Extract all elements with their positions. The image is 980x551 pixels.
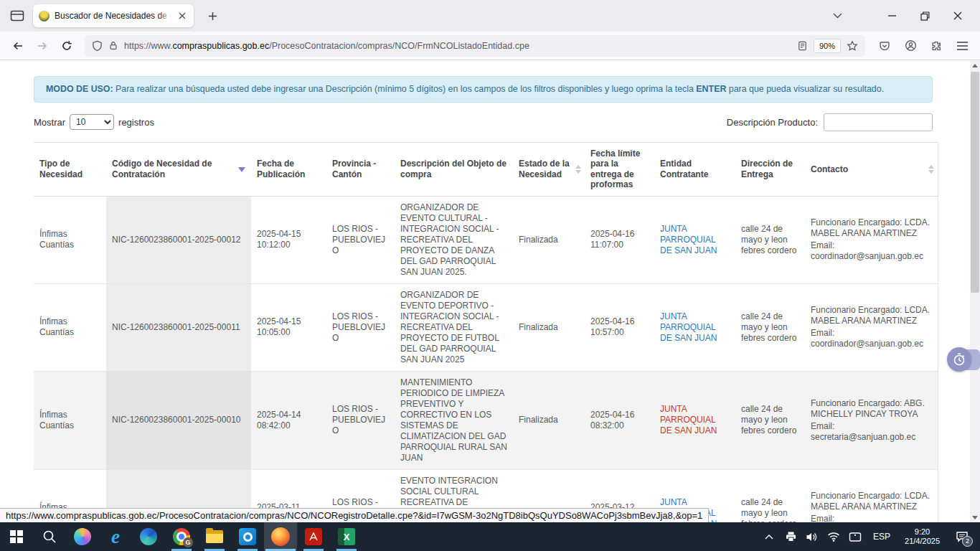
notification-badge: 2 [962,536,973,547]
wifi-icon[interactable] [824,522,843,551]
bookmark-star-button[interactable] [847,40,858,52]
url-text: https://www.compraspublicas.gob.ec/Proce… [124,41,791,51]
list-all-tabs-button[interactable] [833,13,842,19]
minimize-button[interactable] [875,4,908,28]
taskbar-search-button[interactable] [33,522,66,551]
page-content: MODO DE USO: Para realizar una búsqueda … [0,60,980,522]
show-entries-control: Mostrar 10 registros [34,114,154,130]
cell-codigo: NIC-1260023860001-2025-00010 [106,371,251,469]
cell-contacto: Funcionario Encargado: ABG. MICHELLY PIN… [805,371,938,469]
navigation-toolbar: https://www.compraspublicas.gob.ec/Proce… [0,32,980,60]
cell-provincia: LOS RIOS - PUEBLOVIEJO [326,283,395,371]
cell-fecha-limite: 2025-04-16 11:07:00 [585,196,654,283]
vertical-scrollbar[interactable] [970,60,980,522]
column-header-provincia[interactable]: Provincia - Cantón [326,143,395,197]
product-filter-input[interactable] [824,113,933,131]
account-button[interactable] [900,35,921,57]
cell-estado: Finalizada [513,283,585,371]
cell-direccion: calle 24 de mayo y leon febres cordero [735,469,805,522]
tab-bar: Buscador de Necesidades de Co [0,0,980,32]
edge-button[interactable] [132,522,165,551]
cell-direccion: calle 24 de mayo y leon febres cordero [735,283,805,371]
cell-estado: Finalizada [513,371,585,469]
edge-icon [140,528,157,545]
internet-explorer-icon: e [111,527,120,547]
windows-logo-icon [10,530,23,543]
clock-date: 21/4/2025 [905,537,940,546]
cell-tipo: Ínfimas Cuantías [34,196,106,283]
column-header-fecha-limite[interactable]: Fecha límite para la entrega de proforma… [585,143,654,197]
tab-close-button[interactable] [176,11,188,21]
tracking-shield-icon[interactable] [92,40,103,52]
restore-button[interactable] [908,4,941,28]
lock-icon[interactable] [108,40,118,51]
sort-both-icon [928,165,934,174]
acrobat-button[interactable] [297,522,330,551]
cell-provincia: LOS RIOS - PUEBLOVIEJO [326,196,395,283]
notification-center-button[interactable]: 2 [948,522,976,551]
column-header-descripcion[interactable]: Descripción del Objeto de compra [395,143,513,197]
excel-button[interactable]: X [330,522,363,551]
close-button[interactable] [941,4,974,28]
scrollbar-thumb[interactable] [971,72,979,293]
file-explorer-button[interactable] [198,522,231,551]
chrome-button[interactable]: G [165,522,198,551]
extensions-button[interactable] [925,35,947,57]
taskbar-clock[interactable]: 9:20 21/4/2025 [899,527,946,546]
cell-codigo: NIC-1260023860001-2025-00011 [106,283,251,371]
outlook-button[interactable] [231,522,264,551]
cell-direccion: calle 24 de mayo y leon febres cordero [735,371,805,469]
language-indicator[interactable]: ESP [867,532,896,542]
browser-tab[interactable]: Buscador de Necesidades de Co [33,4,194,27]
start-button[interactable] [0,522,33,551]
windows-taskbar: e G X [0,522,980,551]
entity-link[interactable]: JUNTA PARROQUIAL DE SAN JUAN [660,404,717,435]
column-header-fecha-publicacion[interactable]: Fecha de Publicación [251,143,326,197]
copilot-button[interactable] [66,522,99,551]
entity-link[interactable]: JUNTA PARROQUIAL DE SAN JUAN [660,311,717,343]
reader-mode-button[interactable] [797,40,808,52]
zoom-level-indicator[interactable]: 90% [814,39,841,53]
column-header-entidad[interactable]: Entidad Contratante [654,143,735,197]
column-header-direccion[interactable]: Dirección de Entrega [735,143,805,197]
sort-desc-icon [238,167,245,172]
usage-note-label: MODO DE USO: [46,84,113,94]
reload-button[interactable] [56,35,77,57]
acrobat-icon [305,528,322,545]
cell-fecha-limite: 2025-04-16 08:32:00 [585,371,654,469]
site-favicon-icon [39,11,50,22]
volume-icon[interactable] [803,522,821,551]
column-header-tipo[interactable]: Tipo de Necesidad [34,143,106,197]
cell-fecha-publicacion: 2025-04-15 10:12:00 [251,196,326,283]
forward-button[interactable] [32,35,53,57]
product-filter-label: Descripción Producto: [727,117,818,128]
google-profile-badge: G [183,537,193,547]
floating-timer-widget[interactable] [947,347,971,372]
back-button[interactable] [7,35,29,57]
firefox-button[interactable] [264,522,297,551]
entity-link[interactable]: JUNTA PARROQUIAL DE SAN JUAN [660,224,717,255]
pocket-button[interactable] [874,35,895,57]
address-bar[interactable]: https://www.compraspublicas.gob.ec/Proce… [85,35,865,57]
cell-fecha-publicacion: 2025-04-15 10:05:00 [251,283,326,371]
menu-button[interactable] [951,35,973,57]
scroll-up-button[interactable] [970,60,980,70]
cell-contacto: Funcionario Encargado: LCDA. MABEL ARANA… [805,469,938,522]
internet-explorer-button[interactable]: e [99,522,132,551]
column-header-estado[interactable]: Estado de la Necesidad [513,143,585,197]
rows-per-page-select[interactable]: 10 [70,114,114,130]
printer-icon[interactable] [781,522,800,551]
chrome-icon: G [173,528,190,545]
display-icon[interactable] [846,522,864,551]
firefox-view-button[interactable] [6,5,29,27]
copilot-icon [74,528,91,545]
scroll-down-button[interactable] [970,512,980,522]
excel-icon: X [338,528,355,545]
cell-descripcion: ORGANIZADOR DE EVENTO DEPORTIVO - INTEGR… [395,283,513,371]
column-header-codigo[interactable]: Código de Necesidad de Contratación [106,143,251,197]
cell-descripcion: MANTENIMIENTO PERIODICO DE LIMPIEZA PREV… [395,371,513,469]
tray-expand-button[interactable] [760,522,778,551]
sort-both-icon [575,165,581,174]
column-header-contacto[interactable]: Contacto [805,143,938,197]
new-tab-button[interactable] [202,11,223,21]
